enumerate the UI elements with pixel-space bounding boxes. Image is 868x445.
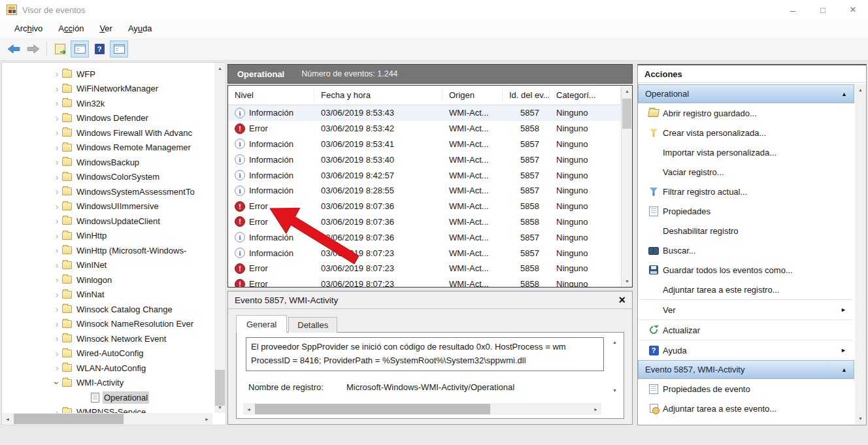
events-vertical-scrollbar[interactable] [621, 86, 632, 287]
tree-item-wifinetworkmanager[interactable]: WiFiNetworkManager [2, 82, 212, 97]
event-row[interactable]: Error03/06/2019 8:07:23WMI-Act...5858Nin… [228, 276, 621, 287]
back-arrow-icon[interactable] [5, 41, 23, 58]
tree-item-winsock-catalog-change[interactable]: Winsock Catalog Change [2, 302, 212, 317]
chevron-collapsed-icon[interactable] [52, 157, 62, 167]
tree-item-winsock-nameresolution-ever[interactable]: Winsock NameResolution Ever [2, 317, 212, 332]
event-description[interactable]: El proveedor SppProvider se inició con c… [246, 337, 604, 371]
chevron-expanded-icon[interactable] [52, 378, 62, 388]
actions-vertical-scrollbar[interactable] [855, 84, 866, 424]
tree-item-winsock-network-event[interactable]: Winsock Network Event [2, 331, 212, 346]
tree-item-wmpnss-service[interactable]: WMPNSS-Service [2, 405, 212, 414]
chevron-collapsed-icon[interactable] [52, 142, 62, 153]
event-row[interactable]: Información03/06/2019 8:07:23WMI-Act...5… [228, 245, 621, 261]
tree-item-winhttp[interactable]: WinHttp [2, 229, 212, 244]
chevron-collapsed-icon[interactable] [52, 363, 62, 373]
collapse-triangle-icon[interactable] [841, 367, 847, 373]
scrollbar-thumb[interactable] [255, 404, 490, 414]
scroll-up-icon[interactable] [622, 86, 633, 97]
event-row[interactable]: Error03/06/2019 8:07:36WMI-Act...5858Nin… [228, 214, 621, 230]
event-row[interactable]: Información03/06/2019 8:42:57WMI-Act...5… [228, 167, 621, 183]
chevron-collapsed-icon[interactable] [52, 84, 62, 94]
tree-item-windowssystemassessmentto[interactable]: WindowsSystemAssessmentTo [2, 184, 212, 199]
tab-general[interactable]: General [236, 315, 287, 333]
export-log-icon[interactable] [51, 41, 69, 58]
action-adjuntar-tarea-a-este-registro[interactable]: Adjuntar tarea a este registro... [638, 280, 854, 299]
tree-item-wired-autoconfig[interactable]: Wired-AutoConfig [2, 346, 212, 361]
tree-item-windowsupdateclient[interactable]: WindowsUpdateClient [2, 214, 212, 229]
scroll-down-icon[interactable] [855, 413, 866, 424]
chevron-collapsed-icon[interactable] [52, 98, 62, 108]
action-filtrar-registro-actual[interactable]: Filtrar registro actual... [638, 182, 854, 201]
scrollbar-thumb[interactable] [14, 414, 124, 424]
tree-item-winlogon[interactable]: Winlogon [2, 272, 212, 288]
chevron-collapsed-icon[interactable] [52, 245, 62, 255]
scrollbar-thumb[interactable] [622, 99, 631, 129]
scroll-right-icon[interactable] [590, 404, 601, 415]
close-icon[interactable] [618, 293, 626, 307]
column-header-eventid[interactable]: Id. del ev... [503, 89, 550, 102]
chevron-collapsed-icon[interactable] [52, 201, 62, 212]
column-header-source[interactable]: Origen [442, 89, 503, 102]
action-importar-vista-personalizada[interactable]: Importar vista personalizada... [638, 142, 854, 162]
chevron-collapsed-icon[interactable] [52, 304, 62, 314]
event-row[interactable]: Información03/06/2019 8:53:43WMI-Act...5… [228, 105, 621, 121]
tree-item-win32k[interactable]: Win32k [2, 96, 212, 111]
actions-section-header[interactable]: Evento 5857, WMI-Activity [638, 360, 854, 379]
tree-item-windows-remote-managemer[interactable]: Windows Remote Managemer [2, 140, 212, 156]
chevron-collapsed-icon[interactable] [52, 113, 62, 124]
chevron-collapsed-icon[interactable] [52, 260, 62, 271]
action-abrir-registro-guardado[interactable]: Abrir registro guardado... [638, 103, 854, 123]
tree-vertical-scrollbar[interactable] [214, 63, 225, 413]
minimize-button[interactable] [778, 0, 808, 20]
tree-item-winnat[interactable]: WinNat [2, 288, 212, 303]
action-buscar[interactable]: Buscar... [638, 240, 854, 260]
chevron-collapsed-icon[interactable] [52, 172, 62, 182]
actions-section-header[interactable]: Operational [638, 84, 854, 103]
menu-accin[interactable]: Acción [50, 21, 92, 36]
column-header-level[interactable]: Nivel [228, 89, 314, 102]
action-deshabilitar-registro[interactable]: Deshabilitar registro [638, 221, 854, 240]
chevron-collapsed-icon[interactable] [52, 319, 62, 329]
chevron-collapsed-icon[interactable] [52, 69, 62, 79]
scroll-left-icon[interactable] [2, 414, 13, 425]
tree-item-wininet[interactable]: WinINet [2, 258, 212, 273]
menu-archivo[interactable]: Archivo [7, 21, 50, 36]
scroll-down-icon[interactable] [214, 402, 225, 413]
detail-horizontal-scrollbar[interactable] [243, 403, 601, 415]
scroll-right-icon[interactable] [201, 414, 212, 425]
action-crear-vista-personalizada[interactable]: Crear vista personalizada... [638, 123, 854, 142]
action-propiedades-de-evento[interactable]: Propiedades de evento [638, 379, 854, 399]
forward-arrow-icon[interactable] [24, 41, 42, 58]
tree-item-operational[interactable]: Operational [2, 390, 212, 405]
action-propiedades[interactable]: Propiedades [638, 201, 854, 221]
tree-item-wfp[interactable]: WFP [2, 67, 212, 82]
chevron-collapsed-icon[interactable] [52, 231, 62, 241]
maximize-button[interactable] [808, 0, 838, 20]
menu-ayuda[interactable]: Ayuda [120, 21, 160, 36]
event-row[interactable]: Error03/06/2019 8:07:36WMI-Act...5858Nin… [228, 199, 621, 214]
event-row[interactable]: Información03/06/2019 8:53:41WMI-Act...5… [228, 137, 621, 152]
tree-item-wmi-activity[interactable]: WMI-Activity [2, 376, 212, 391]
column-header-category[interactable]: Categorí... [550, 89, 621, 102]
chevron-collapsed-icon[interactable] [52, 289, 62, 300]
chevron-collapsed-icon[interactable] [52, 274, 62, 285]
chevron-collapsed-icon[interactable] [52, 407, 62, 413]
event-row[interactable]: Información03/06/2019 8:53:40WMI-Act...5… [228, 152, 621, 167]
chevron-collapsed-icon[interactable] [52, 127, 62, 138]
console-window-icon[interactable] [71, 41, 89, 58]
tree-item-windowsbackup[interactable]: WindowsBackup [2, 155, 212, 170]
column-header-datetime[interactable]: Fecha y hora [314, 89, 442, 102]
action-vaciar-registro[interactable]: Vaciar registro... [638, 162, 854, 182]
help-icon[interactable] [90, 41, 108, 58]
event-row[interactable]: Error03/06/2019 8:07:23WMI-Act...5858Nin… [228, 261, 621, 276]
event-row[interactable]: Información03/06/2019 8:28:55WMI-Act...5… [228, 183, 621, 199]
tree-item-windowscolorsystem[interactable]: WindowsColorSystem [2, 170, 212, 185]
tree-item-windowsuiimmersive[interactable]: WindowsUIImmersive [2, 199, 212, 214]
scroll-up-icon[interactable] [609, 337, 620, 348]
chevron-collapsed-icon[interactable] [52, 186, 62, 197]
event-row[interactable]: Error03/06/2019 8:53:42WMI-Act...5858Nin… [228, 121, 621, 137]
chevron-collapsed-icon[interactable] [52, 348, 62, 359]
tree-item-winhttp-microsoft-windows-[interactable]: WinHttp (Microsoft-Windows- [2, 243, 212, 258]
scroll-down-icon[interactable] [609, 385, 620, 396]
menu-ver[interactable]: Ver [92, 21, 120, 36]
